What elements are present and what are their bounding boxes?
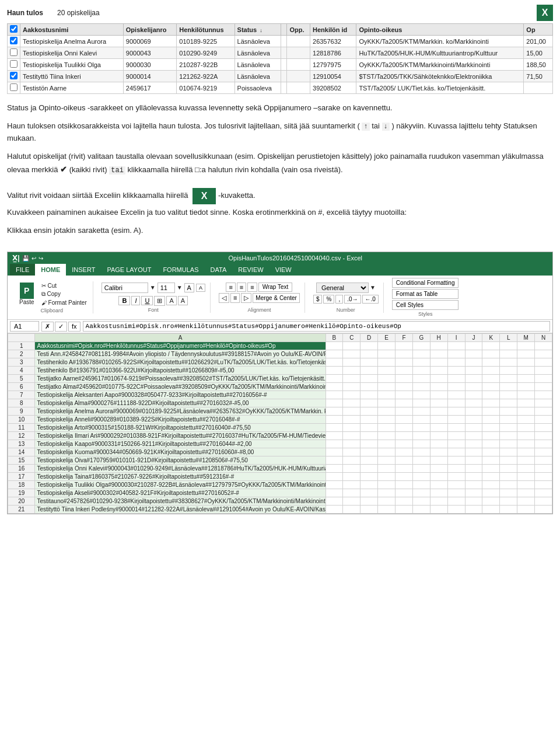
- empty-cell[interactable]: [326, 407, 343, 416]
- empty-cell[interactable]: [412, 506, 430, 514]
- empty-cell[interactable]: [378, 440, 396, 448]
- col-header-hetu[interactable]: Henkilötunnus: [177, 24, 235, 36]
- empty-cell[interactable]: [412, 416, 430, 424]
- empty-cell[interactable]: [326, 391, 343, 399]
- empty-cell[interactable]: [535, 416, 552, 424]
- insert-function-button[interactable]: fx: [68, 322, 80, 332]
- empty-cell[interactable]: [447, 358, 465, 367]
- col-header-status[interactable]: Status ↓: [235, 24, 281, 36]
- empty-cell[interactable]: [447, 497, 465, 506]
- col-header-A[interactable]: A: [35, 334, 326, 342]
- empty-cell[interactable]: [500, 383, 517, 391]
- empty-cell[interactable]: [360, 342, 378, 350]
- empty-cell[interactable]: [500, 473, 517, 481]
- empty-cell[interactable]: [447, 383, 465, 391]
- empty-cell[interactable]: [500, 358, 517, 367]
- underline-button[interactable]: U: [141, 296, 153, 305]
- empty-cell[interactable]: [396, 456, 413, 465]
- font-name-input[interactable]: [102, 283, 148, 293]
- empty-cell[interactable]: [465, 342, 482, 350]
- wrap-text-button[interactable]: Wrap Text: [258, 283, 293, 292]
- empty-cell[interactable]: [378, 456, 396, 465]
- empty-cell[interactable]: [500, 391, 517, 399]
- empty-cell[interactable]: [517, 342, 535, 350]
- empty-cell[interactable]: [535, 473, 552, 481]
- empty-cell[interactable]: [517, 432, 535, 440]
- empty-cell[interactable]: [482, 465, 500, 473]
- empty-cell[interactable]: [360, 383, 378, 391]
- empty-cell[interactable]: [482, 407, 500, 416]
- empty-cell[interactable]: [482, 416, 500, 424]
- empty-cell[interactable]: [378, 497, 396, 506]
- tab-page-layout[interactable]: PAGE LAYOUT: [101, 264, 157, 276]
- cell-col-a[interactable]: Testiopiskelija Oiva#1707959#010101-921D…: [35, 456, 326, 465]
- empty-cell[interactable]: [517, 456, 535, 465]
- empty-cell[interactable]: [343, 473, 360, 481]
- paste-button[interactable]: P Paste: [16, 281, 38, 306]
- cell-col-a[interactable]: Testitauno#2457826#010290-9238#Kirjoilta…: [35, 497, 326, 506]
- col-header-opnro[interactable]: Opiskelijanro: [123, 24, 176, 36]
- empty-cell[interactable]: [396, 350, 413, 358]
- cell-col-a[interactable]: Testihenkilo B#1936791#010366-922U#Kirjo…: [35, 367, 326, 375]
- format-as-table-button[interactable]: Format as Table: [392, 289, 459, 299]
- col-header-K[interactable]: K: [482, 334, 500, 342]
- empty-cell[interactable]: [447, 391, 465, 399]
- empty-cell[interactable]: [465, 416, 482, 424]
- empty-cell[interactable]: [430, 489, 447, 497]
- cut-button[interactable]: Cut: [40, 282, 88, 290]
- empty-cell[interactable]: [517, 383, 535, 391]
- empty-cell[interactable]: [412, 367, 430, 375]
- empty-cell[interactable]: [517, 391, 535, 399]
- empty-cell[interactable]: [412, 350, 430, 358]
- empty-cell[interactable]: [535, 342, 552, 350]
- currency-button[interactable]: $: [313, 295, 323, 304]
- col-header-I[interactable]: I: [447, 334, 465, 342]
- font-size-dropdown[interactable]: ▼: [177, 284, 183, 291]
- empty-cell[interactable]: [412, 448, 430, 456]
- empty-cell[interactable]: [326, 375, 343, 383]
- empty-cell[interactable]: [378, 448, 396, 456]
- empty-cell[interactable]: [430, 456, 447, 465]
- font-size-input[interactable]: [158, 283, 175, 293]
- cell-col-a[interactable]: Testiopiskelija Tuulikki Olga#9000030#21…: [35, 481, 326, 489]
- empty-cell[interactable]: [326, 440, 343, 448]
- align-top-center[interactable]: ≡: [237, 283, 246, 292]
- empty-cell[interactable]: [465, 432, 482, 440]
- undo-btn[interactable]: ↩: [32, 255, 36, 262]
- excel-inline-icon[interactable]: X: [192, 188, 216, 204]
- italic-button[interactable]: I: [131, 296, 140, 305]
- empty-cell[interactable]: [430, 497, 447, 506]
- empty-cell[interactable]: [517, 367, 535, 375]
- empty-cell[interactable]: [343, 399, 360, 407]
- empty-cell[interactable]: [412, 342, 430, 350]
- empty-cell[interactable]: [517, 416, 535, 424]
- row-checkbox-cell[interactable]: [8, 59, 20, 71]
- empty-cell[interactable]: [378, 489, 396, 497]
- empty-cell[interactable]: [482, 489, 500, 497]
- decrease-decimal[interactable]: ←.0: [362, 295, 379, 304]
- col-header-F[interactable]: F: [396, 334, 413, 342]
- col-header-N[interactable]: N: [535, 334, 552, 342]
- row-checkbox-cell[interactable]: [8, 47, 20, 59]
- empty-cell[interactable]: [447, 465, 465, 473]
- empty-cell[interactable]: [465, 367, 482, 375]
- empty-cell[interactable]: [343, 465, 360, 473]
- col-header-E[interactable]: E: [378, 334, 396, 342]
- empty-cell[interactable]: [482, 456, 500, 465]
- empty-cell[interactable]: [378, 432, 396, 440]
- empty-cell[interactable]: [326, 473, 343, 481]
- empty-cell[interactable]: [396, 481, 413, 489]
- row-checkbox-cell[interactable]: [8, 71, 20, 82]
- empty-cell[interactable]: [412, 465, 430, 473]
- empty-cell[interactable]: [482, 432, 500, 440]
- select-all-checkbox[interactable]: [10, 25, 18, 33]
- empty-cell[interactable]: [343, 416, 360, 424]
- empty-cell[interactable]: [465, 399, 482, 407]
- number-format-dropdown[interactable]: ▼: [370, 284, 376, 291]
- tab-formulas[interactable]: FORMULAS: [157, 264, 204, 276]
- empty-cell[interactable]: [465, 465, 482, 473]
- empty-cell[interactable]: [500, 489, 517, 497]
- empty-cell[interactable]: [360, 432, 378, 440]
- cell-col-a[interactable]: Testiopiskelija Alma#9000276#111188-922D…: [35, 399, 326, 407]
- cell-col-a[interactable]: Testijatko Alma#2459620#010775-922C#Pois…: [35, 383, 326, 391]
